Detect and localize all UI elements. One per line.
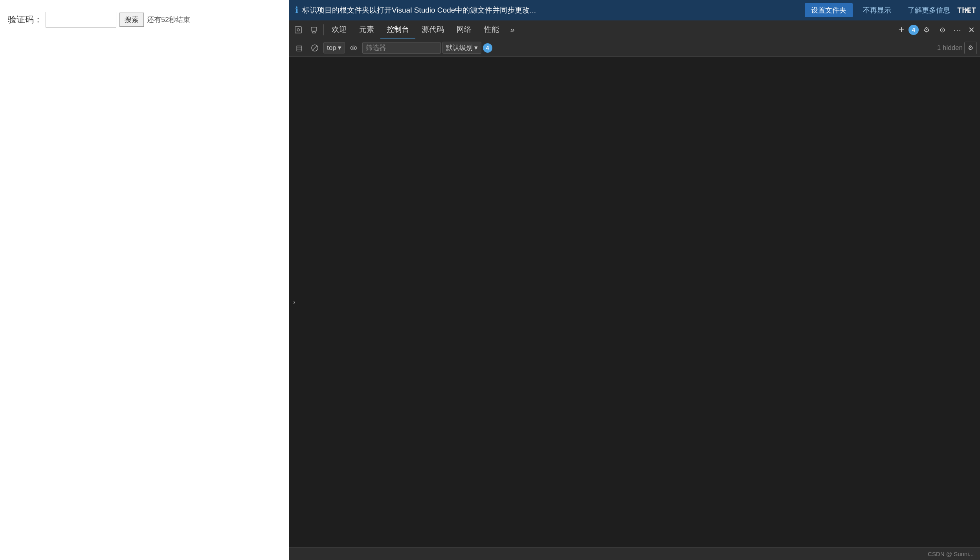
info-icon: ℹ bbox=[295, 5, 298, 15]
countdown-text: 还有52秒结束 bbox=[147, 15, 190, 24]
console-gear-icon: ⚙ bbox=[968, 44, 973, 51]
settings-button[interactable]: ⚙ bbox=[919, 22, 934, 38]
level-label: 默认级别 bbox=[446, 43, 473, 52]
title-bar: ThET bbox=[823, 0, 980, 20]
clear-icon bbox=[311, 44, 319, 52]
eye-icon bbox=[350, 44, 358, 52]
svg-line-6 bbox=[312, 46, 317, 50]
eye-button[interactable] bbox=[347, 41, 361, 55]
level-dropdown-arrow: ▾ bbox=[474, 44, 478, 52]
title-bar-text: ThET bbox=[957, 6, 976, 15]
frame-context-selector[interactable]: top ▾ bbox=[323, 42, 345, 53]
gear-icon: ⚙ bbox=[923, 26, 930, 34]
devtools-toolbar: 欢迎 元素 控制台 源代码 网络 性能 » + 4 ⚙ ⊙ bbox=[289, 20, 980, 39]
branding-text: CSDN @ Sunni... bbox=[928, 551, 974, 557]
device-icon bbox=[310, 26, 318, 34]
hidden-count-text: 1 hidden bbox=[937, 44, 963, 52]
chevron-right-icon: » bbox=[510, 25, 514, 34]
plus-icon: + bbox=[898, 24, 904, 36]
tab-performance[interactable]: 性能 bbox=[478, 20, 505, 39]
devtools-panel: ℹ 标识项目的根文件夹以打开Visual Studio Code中的源文件并同步… bbox=[289, 0, 980, 560]
collapse-arrow-icon[interactable]: › bbox=[290, 298, 298, 306]
left-panel: 验证码： 搜索 还有52秒结束 bbox=[0, 0, 289, 560]
tab-network[interactable]: 网络 bbox=[450, 20, 478, 39]
svg-rect-2 bbox=[311, 27, 317, 31]
device-toolbar-button[interactable] bbox=[306, 22, 322, 38]
profile-icon: ⊙ bbox=[940, 26, 945, 34]
expand-sidebar-button[interactable]: ▤ bbox=[292, 41, 306, 55]
log-level-selector[interactable]: 默认级别 ▾ bbox=[442, 42, 481, 54]
verification-row: 验证码： 搜索 还有52秒结束 bbox=[8, 12, 190, 28]
profile-button[interactable]: ⊙ bbox=[934, 22, 950, 38]
submit-button[interactable]: 搜索 bbox=[119, 13, 144, 27]
tab-welcome[interactable]: 欢迎 bbox=[325, 20, 353, 39]
inspect-icon bbox=[294, 26, 302, 34]
add-tab-button[interactable]: + bbox=[894, 23, 908, 37]
svg-rect-3 bbox=[312, 32, 316, 33]
info-bar-message: 标识项目的根文件夹以打开Visual Studio Code中的源文件并同步更改… bbox=[302, 5, 801, 15]
close-icon: ✕ bbox=[968, 25, 975, 35]
sidebar-icon: ▤ bbox=[296, 44, 303, 52]
clear-console-button[interactable] bbox=[308, 41, 322, 55]
svg-point-1 bbox=[297, 29, 299, 31]
svg-rect-0 bbox=[295, 27, 301, 33]
console-toolbar: ▤ top ▾ 默认级别 ▾ 4 1 hidden ⚙ bbox=[289, 39, 980, 57]
top-label: top bbox=[327, 44, 336, 52]
bottom-bar: CSDN @ Sunni... bbox=[289, 547, 980, 560]
toolbar-separator-1 bbox=[323, 24, 324, 35]
console-settings-button[interactable]: ⚙ bbox=[964, 42, 977, 54]
tab-console[interactable]: 控制台 bbox=[380, 20, 415, 39]
verification-label: 验证码： bbox=[8, 14, 42, 26]
ellipsis-button[interactable]: ⋯ bbox=[950, 23, 964, 37]
tab-elements[interactable]: 元素 bbox=[353, 20, 380, 39]
verification-input[interactable] bbox=[46, 12, 116, 28]
message-count-badge: 4 bbox=[483, 43, 492, 53]
console-content[interactable]: › bbox=[289, 57, 980, 547]
inspect-button[interactable] bbox=[290, 22, 306, 38]
tab-sources[interactable]: 源代码 bbox=[415, 20, 450, 39]
svg-point-8 bbox=[352, 47, 354, 49]
close-devtools-button[interactable]: ✕ bbox=[964, 23, 978, 37]
dropdown-arrow: ▾ bbox=[338, 44, 341, 52]
filter-input[interactable] bbox=[362, 42, 441, 54]
ellipsis-icon: ⋯ bbox=[953, 25, 961, 35]
svg-point-7 bbox=[351, 46, 357, 50]
more-tabs-button[interactable]: » bbox=[505, 23, 519, 37]
notification-badge: 4 bbox=[908, 25, 919, 35]
